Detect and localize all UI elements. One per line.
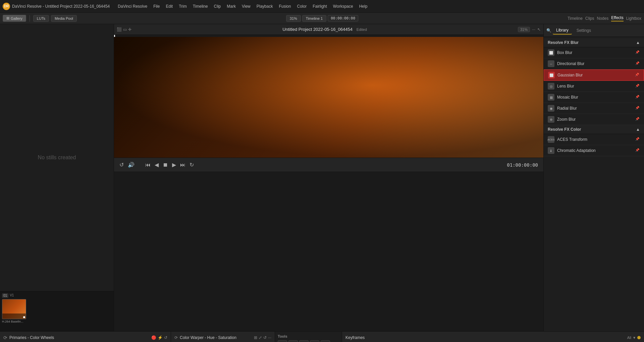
cursor-icon[interactable]: ↖ xyxy=(537,27,541,32)
fx-gaussian-blur[interactable]: ⬜ Gaussian Blur 📌 xyxy=(544,69,644,81)
nav-lightbox[interactable]: Lightbox xyxy=(626,16,641,21)
menu-help[interactable]: Help xyxy=(357,3,370,10)
menu-davinciresovle[interactable]: DaVinci Resolve xyxy=(115,3,150,10)
directional-blur-label: Directional Blur xyxy=(557,61,633,66)
color-warper-panel: ⟳ Color Warper - Hue - Saturation ⊞ ⤢ ↺ … xyxy=(171,332,275,342)
menu-file[interactable]: File xyxy=(151,3,162,10)
eyedropper-tool-btn[interactable]: ⊙ xyxy=(299,340,309,342)
menu-edit[interactable]: Edit xyxy=(163,3,175,10)
skip-to-start-button[interactable]: ⏮ xyxy=(145,162,151,168)
timecode-display: 00:00:00:00 xyxy=(328,15,358,21)
gallery-button[interactable]: ⊞ Gallery xyxy=(3,15,26,22)
cursor-tool-btn[interactable]: ↖ xyxy=(278,340,287,342)
mosaic-blur-label: Mosaic Blur xyxy=(557,95,633,100)
color-reset-icon[interactable]: ↺ xyxy=(164,335,167,340)
menu-view[interactable]: View xyxy=(239,3,253,10)
fit-tool-btn[interactable]: ⊞ xyxy=(321,340,330,342)
nav-effects[interactable]: Effects xyxy=(611,15,623,21)
mosaic-blur-icon: ▦ xyxy=(548,94,554,101)
fx-zoom-blur[interactable]: ⊕ Zoom Blur 📌 xyxy=(544,114,644,125)
zoom-blur-label: Zoom Blur xyxy=(557,117,633,122)
play-button[interactable]: ▶ xyxy=(172,162,176,168)
nav-nodes[interactable]: Nodes xyxy=(597,16,608,21)
warper-grid-icon[interactable]: ⊞ xyxy=(254,335,257,340)
color-panel-header: ⟳ Primaries - Color Wheels 🔴 ⚡ ↺ xyxy=(0,332,171,342)
search-icon[interactable]: 🔍 xyxy=(546,28,551,33)
menu-color[interactable]: Color xyxy=(294,3,309,10)
radial-blur-icon: ◉ xyxy=(548,105,554,112)
menu-timeline[interactable]: Timeline xyxy=(190,3,211,10)
menu-fairlight[interactable]: Fairlight xyxy=(310,3,330,10)
clip-thumbnail[interactable] xyxy=(2,299,26,319)
color-wheels-panel: ⟳ Primaries - Color Wheels 🔴 ⚡ ↺ ⊙ ✦ Tem… xyxy=(0,332,171,342)
warper-sync-icon[interactable]: ⟳ xyxy=(174,335,178,340)
directional-blur-icon: ↔ xyxy=(548,60,554,67)
menu-fusion[interactable]: Fusion xyxy=(276,3,293,10)
preview-right-tools: 31% ··· ↖ xyxy=(518,27,541,32)
zoom-label[interactable]: 31% xyxy=(518,27,530,32)
resolve-fx-blur-header[interactable]: Resolve FX Blur ▲ xyxy=(544,38,644,47)
color-sync-icon[interactable]: ⟳ xyxy=(3,335,7,340)
preview-layout-icon[interactable]: ▭ xyxy=(123,27,127,32)
menu-workspace[interactable]: Workspace xyxy=(330,3,356,10)
timeline-dropdown[interactable]: Timeline 1 xyxy=(302,15,326,22)
nav-timeline[interactable]: Timeline xyxy=(568,16,583,21)
preview-mode-icon[interactable]: ⬛ xyxy=(117,27,122,32)
effects-list: Resolve FX Blur ▲ ⬜ Box Blur 📌 ↔ Directi… xyxy=(544,37,644,331)
preview-video xyxy=(114,37,543,158)
tools-side-panel: Tools ↖ 🖊 ⊙ ⤢ ⊞ + − ⊕ ↔ ↕ ↖ ↗ ⊚ ↩ ↪ ⭮ Ra… xyxy=(275,332,342,342)
more-options-icon[interactable]: ··· xyxy=(532,27,535,32)
tab-library[interactable]: Library xyxy=(553,26,572,35)
expand-tool-btn[interactable]: ⤢ xyxy=(310,340,319,342)
tab-settings[interactable]: Settings xyxy=(573,27,594,34)
menu-clip[interactable]: Clip xyxy=(211,3,224,10)
separator xyxy=(30,15,30,22)
preview-safe-icon[interactable]: ✛ xyxy=(128,27,131,32)
stop-button[interactable]: ⏹ xyxy=(163,162,168,168)
color-bars-icon[interactable]: ⚡ xyxy=(158,335,163,340)
fx-box-blur[interactable]: ⬜ Box Blur 📌 xyxy=(544,47,644,58)
lens-blur-pin: 📌 xyxy=(635,84,640,89)
preview-controls: ↺ 🔊 ⏮ ◀ ⏹ ▶ ⏭ ↻ 01:00:00:00 xyxy=(114,158,543,172)
step-back-button[interactable]: ◀ xyxy=(155,162,159,168)
color-add-icon[interactable]: 🔴 xyxy=(151,335,156,340)
chromatic-adaptation-pin: 📌 xyxy=(635,148,640,153)
brush-tool-btn[interactable]: 🖊 xyxy=(288,340,298,342)
preview-title: Untitled Project 2022-05-16_064454 Edite… xyxy=(134,27,515,32)
fx-chromatic-adaptation[interactable]: 🌡 Chromatic Adaptation 📌 xyxy=(544,145,644,156)
fx-color-collapse-icon: ▲ xyxy=(636,127,640,132)
resolve-fx-color-header[interactable]: Resolve FX Color ▲ xyxy=(544,125,644,134)
node-editor-svg: 01 M ✓ 03 -l xyxy=(114,172,215,222)
clip-number: 01 xyxy=(2,293,8,298)
menu-bar: DaVinci Resolve File Edit Trim Timeline … xyxy=(115,3,370,10)
fx-mosaic-blur[interactable]: ▦ Mosaic Blur 📌 xyxy=(544,92,644,103)
warper-expand-icon[interactable]: ⤢ xyxy=(259,335,262,340)
warper-more-icon[interactable]: ··· xyxy=(268,335,271,340)
app-logo: DR DaVinci Resolve - Untitled Project 20… xyxy=(3,3,110,10)
keyframes-panel: Keyframes All ▾ 00:00:00:00 00:00:05:09 … xyxy=(342,332,644,342)
fx-radial-blur[interactable]: ◉ Radial Blur 📌 xyxy=(544,103,644,114)
tools-row-1: ↖ 🖊 ⊙ ⤢ ⊞ xyxy=(278,340,339,342)
volume-icon[interactable]: 🔊 xyxy=(128,162,135,168)
aces-transform-icon: ACES xyxy=(548,136,554,143)
warper-reset-icon[interactable]: ↺ xyxy=(263,335,267,340)
nav-clips[interactable]: Clips xyxy=(585,16,594,21)
clip-info-row: 01 V1 xyxy=(2,293,112,298)
fx-directional-blur[interactable]: ↔ Directional Blur 📌 xyxy=(544,58,644,69)
fx-aces-transform[interactable]: ACES ACES Transform 📌 xyxy=(544,134,644,145)
skip-to-end-button[interactable]: ⏭ xyxy=(180,162,185,168)
luts-button[interactable]: LUTs xyxy=(33,15,49,22)
menu-playback[interactable]: Playback xyxy=(254,3,276,10)
repeat-icon[interactable]: ↻ xyxy=(190,162,194,168)
menu-mark[interactable]: Mark xyxy=(224,3,238,10)
media-pool-button[interactable]: Media Pool xyxy=(51,15,77,22)
zoom-selector[interactable]: 31% xyxy=(286,15,301,22)
fx-lens-blur[interactable]: ◎ Lens Blur 📌 xyxy=(544,81,644,92)
aces-transform-pin: 📌 xyxy=(635,137,640,142)
kf-dropdown-icon[interactable]: ▾ xyxy=(633,335,635,340)
effects-tabs: 🔍 Library Settings xyxy=(544,24,644,37)
menu-trim[interactable]: Trim xyxy=(176,3,190,10)
preview-area: ⬛ ▭ ✛ Untitled Project 2022-05-16_064454… xyxy=(114,24,543,172)
app-title: DaVinci Resolve - Untitled Project 2022-… xyxy=(12,4,110,9)
loop-icon[interactable]: ↺ xyxy=(119,162,124,168)
